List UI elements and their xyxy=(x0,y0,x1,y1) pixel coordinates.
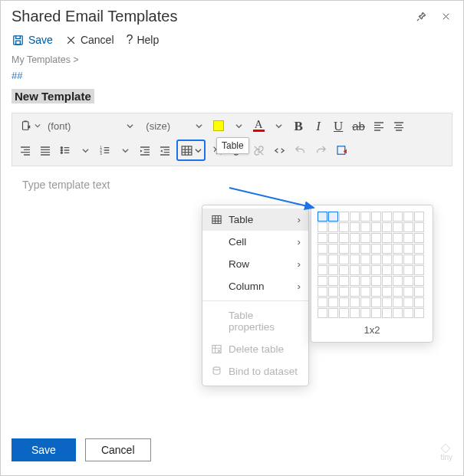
font-size-select[interactable]: (size) xyxy=(141,120,175,132)
menu-item-column[interactable]: Column › xyxy=(202,275,308,297)
grid-cell[interactable] xyxy=(393,297,403,307)
highlight-caret[interactable] xyxy=(230,117,247,135)
breadcrumb[interactable]: My Templates > xyxy=(1,53,463,67)
grid-cell[interactable] xyxy=(350,222,360,232)
grid-cell[interactable] xyxy=(382,222,392,232)
grid-cell[interactable] xyxy=(350,244,360,254)
grid-cell[interactable] xyxy=(350,308,360,318)
grid-cell[interactable] xyxy=(328,287,338,297)
grid-cell[interactable] xyxy=(393,308,403,318)
footer-save-button[interactable]: Save xyxy=(12,438,76,461)
footer-cancel-button[interactable]: Cancel xyxy=(85,438,151,461)
grid-cell[interactable] xyxy=(371,297,381,307)
grid-cell[interactable] xyxy=(360,254,370,264)
grid-cell[interactable] xyxy=(360,287,370,297)
grid-cell[interactable] xyxy=(371,287,381,297)
grid-cell[interactable] xyxy=(371,233,381,243)
highlight-icon[interactable] xyxy=(210,117,227,135)
align-justify-icon[interactable] xyxy=(37,141,54,159)
grid-cell[interactable] xyxy=(318,233,327,243)
paste-icon[interactable] xyxy=(17,117,43,135)
grid-cell[interactable] xyxy=(371,254,381,264)
save-button[interactable]: Save xyxy=(12,34,53,47)
grid-cell[interactable] xyxy=(350,233,360,243)
grid-cell[interactable] xyxy=(393,212,403,222)
grid-cell[interactable] xyxy=(360,233,370,243)
font-color-caret[interactable] xyxy=(270,117,287,135)
font-color-icon[interactable]: A xyxy=(250,117,267,135)
grid-cell[interactable] xyxy=(350,287,360,297)
grid-cell[interactable] xyxy=(360,222,370,232)
table-button[interactable] xyxy=(176,140,206,161)
grid-cell[interactable] xyxy=(360,308,370,318)
grid-cell[interactable] xyxy=(393,276,403,286)
editor-body[interactable]: Type template text xyxy=(12,166,452,203)
align-right-icon[interactable] xyxy=(17,141,34,159)
grid-cell[interactable] xyxy=(360,212,370,222)
grid-cell[interactable] xyxy=(350,297,360,307)
grid-cell[interactable] xyxy=(339,244,349,254)
help-button[interactable]: ? Help xyxy=(127,33,160,47)
grid-cell[interactable] xyxy=(328,297,338,307)
numbers-caret[interactable] xyxy=(117,141,133,159)
numbers-icon[interactable]: 123 xyxy=(97,141,114,159)
grid-cell[interactable] xyxy=(382,254,392,264)
align-center-icon[interactable] xyxy=(390,117,407,135)
grid-cell[interactable] xyxy=(414,276,424,286)
insert-macro-icon[interactable] xyxy=(333,141,351,159)
grid-cell[interactable] xyxy=(360,276,370,286)
grid-cell[interactable] xyxy=(382,308,392,318)
grid-cell[interactable] xyxy=(393,287,403,297)
grid-cell[interactable] xyxy=(350,254,360,264)
grid-cell[interactable] xyxy=(328,254,338,264)
grid-cell[interactable] xyxy=(403,276,413,286)
grid-cell[interactable] xyxy=(360,244,370,254)
menu-item-cell[interactable]: Cell › xyxy=(202,231,308,253)
pin-icon[interactable] xyxy=(413,7,429,25)
grid-cell[interactable] xyxy=(318,244,327,254)
grid-cell[interactable] xyxy=(414,233,424,243)
italic-icon[interactable]: I xyxy=(310,117,327,135)
grid-cell[interactable] xyxy=(328,276,338,286)
redo-icon[interactable] xyxy=(312,141,330,159)
grid-cell[interactable] xyxy=(339,233,349,243)
grid-cell[interactable] xyxy=(414,308,424,318)
grid-cell[interactable] xyxy=(328,222,338,232)
menu-item-table[interactable]: Table › xyxy=(202,208,308,231)
grid-cell[interactable] xyxy=(403,244,413,254)
grid-cell[interactable] xyxy=(318,308,327,318)
grid-cell[interactable] xyxy=(360,265,370,275)
grid-cell[interactable] xyxy=(339,222,349,232)
font-family-select[interactable]: (font) xyxy=(46,120,75,132)
grid-cell[interactable] xyxy=(339,276,349,286)
grid-cell[interactable] xyxy=(382,297,392,307)
font-size-caret[interactable] xyxy=(190,117,207,135)
indent-decrease-icon[interactable] xyxy=(156,141,173,159)
grid-cell[interactable] xyxy=(371,276,381,286)
grid-cell[interactable] xyxy=(414,297,424,307)
grid-cell[interactable] xyxy=(339,287,349,297)
grid-cell[interactable] xyxy=(403,265,413,275)
bullets-icon[interactable] xyxy=(57,141,74,159)
grid-cell[interactable] xyxy=(318,276,327,286)
grid-cell[interactable] xyxy=(371,265,381,275)
grid-cell[interactable] xyxy=(328,244,338,254)
menu-item-row[interactable]: Row › xyxy=(202,253,308,275)
grid-cell[interactable] xyxy=(382,276,392,286)
code-icon[interactable] xyxy=(271,141,288,159)
underline-icon[interactable]: U xyxy=(330,117,347,135)
grid-cell[interactable] xyxy=(403,233,413,243)
grid-cell[interactable] xyxy=(350,212,360,222)
grid-cell[interactable] xyxy=(414,287,424,297)
grid-cell[interactable] xyxy=(339,254,349,264)
grid-cell[interactable] xyxy=(382,212,392,222)
grid-cell[interactable] xyxy=(403,222,413,232)
grid-cell[interactable] xyxy=(371,222,381,232)
align-left-icon[interactable] xyxy=(370,117,387,135)
template-title-input[interactable]: New Template xyxy=(12,89,94,103)
grid-cell[interactable] xyxy=(318,212,327,222)
grid-cell[interactable] xyxy=(393,222,403,232)
grid-cell[interactable] xyxy=(339,265,349,275)
grid-cell[interactable] xyxy=(371,244,381,254)
unlink-icon[interactable] xyxy=(250,141,268,159)
